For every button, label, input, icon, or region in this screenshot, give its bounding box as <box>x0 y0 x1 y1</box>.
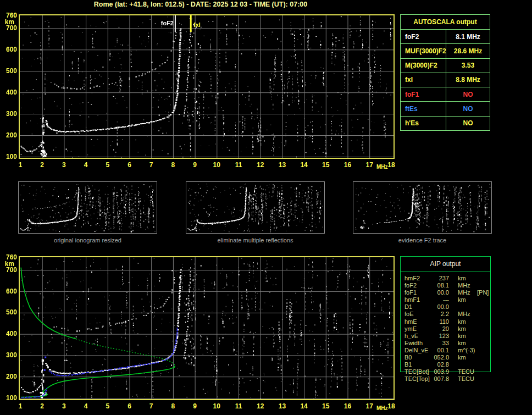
aip-row-value: 00.0 <box>422 303 449 311</box>
aip-row-value: 20 <box>422 325 449 333</box>
fof2-marker-label: foF2 <box>161 20 174 26</box>
autoscala-table-row: h'EsNO <box>401 116 490 130</box>
aip-row-label: B0 <box>404 354 412 361</box>
aip-row-label: B1 <box>404 361 412 368</box>
autoscala-table-row: ftEsNO <box>401 101 490 115</box>
aip-row-extra: [PN] <box>477 289 489 296</box>
y-tick-label: 100 <box>0 395 17 402</box>
autoscala-table-row: foF1NO <box>401 87 490 101</box>
aip-output-table: AIP output hmF2237kmfoF208.1MHzfoF100.0M… <box>400 256 491 372</box>
autoscala-table-row: foF28.1 MHz <box>401 29 490 43</box>
aip-row-unit: TECU <box>458 368 474 375</box>
aip-row-value: 237 <box>422 275 449 282</box>
aip-row-label: foF2 <box>404 282 417 289</box>
autoscala-app-window: { "title": "Rome (lat: +41.8, lon: 012.5… <box>0 0 532 415</box>
y-tick-label: 100 <box>0 153 17 161</box>
autoscala-row-label: M(3000)F2 <box>401 59 446 73</box>
aip-row-value: 00.1 <box>422 347 449 354</box>
x-tick-label: 1 <box>14 403 26 410</box>
x-tick-label: 15 <box>320 403 332 410</box>
y-tick-label: 500 <box>0 309 17 316</box>
aip-table-row: hmF1---km <box>401 296 490 303</box>
aip-row-label: hmE <box>404 318 417 325</box>
y-tick-label: 600 <box>0 288 17 295</box>
x-tick-label: 17 <box>363 403 375 410</box>
autoscala-row-value: 28.6 MHz <box>446 44 490 58</box>
top-ionogram-canvas <box>19 14 395 159</box>
x-tick-label: 8 <box>167 403 179 410</box>
x-tick-label: 2 <box>36 162 48 169</box>
aip-row-value: 007.8 <box>422 375 449 383</box>
aip-row-value: 123 <box>422 333 449 340</box>
aip-row-label: foF1 <box>404 289 417 296</box>
autoscala-row-label: h'Es <box>401 117 446 130</box>
x-tick-label: 7 <box>145 403 157 410</box>
autoscala-table-row: MUF(3000)F228.6 MHz <box>401 43 490 58</box>
x-tick-label: 7 <box>145 162 157 169</box>
autoscala-row-label: fxI <box>401 73 446 87</box>
aip-table-row: DelN_vE00.1m^(-3) <box>401 347 490 354</box>
top-x-axis-unit-label: MHz <box>376 164 388 170</box>
aip-row-label: h_vE <box>404 333 418 340</box>
aip-row-unit: km <box>458 275 466 282</box>
bottom-x-axis-unit-label: MHz <box>376 405 388 411</box>
autoscala-row-label: foF1 <box>401 87 446 101</box>
x-tick-label: 14 <box>298 403 310 410</box>
x-tick-label: 11 <box>232 162 245 169</box>
x-tick-label: 13 <box>276 162 288 169</box>
aip-table-row: TEC[Bot]003.9TECU <box>401 368 490 375</box>
aip-row-label: ymE <box>404 325 417 333</box>
x-tick-label: 8 <box>167 162 179 169</box>
x-tick-label: 12 <box>254 403 267 410</box>
x-tick-label: 15 <box>320 162 332 169</box>
autoscala-table-title: AUTOSCALA output <box>401 15 490 29</box>
autoscala-row-label: foF2 <box>401 30 446 43</box>
thumbnail-evidence-f2-trace <box>353 181 492 234</box>
aip-row-value: 00.0 <box>422 289 449 296</box>
y-tick-label: 300 <box>0 352 17 359</box>
aip-row-value: 052.0 <box>422 354 449 361</box>
aip-row-unit: MHz <box>458 282 470 289</box>
bottom-ionogram-canvas <box>19 256 395 400</box>
x-tick-label: 12 <box>254 162 267 169</box>
aip-table-title: AIP output <box>401 257 490 272</box>
thumbnail-original-ionogram <box>18 181 157 234</box>
aip-table-row: B102.8 <box>401 361 490 368</box>
x-tick-label: 4 <box>80 403 92 410</box>
autoscala-row-label: MUF(3000)F2 <box>401 44 446 58</box>
autoscala-row-value: NO <box>446 117 490 130</box>
x-tick-label: 6 <box>124 162 136 169</box>
x-tick-label: 11 <box>232 403 245 410</box>
top-y-axis-unit-label: km <box>0 19 17 26</box>
thumbnail-caption-evidence: evidence F2 trace <box>353 237 492 244</box>
aip-table-row: foF100.0MHz[PN] <box>401 289 490 296</box>
aip-table-row: B0052.0km <box>401 354 490 361</box>
aip-table-row: h_vE123km <box>401 333 490 340</box>
aip-row-unit: km <box>458 318 466 325</box>
autoscala-row-value: NO <box>446 102 490 115</box>
thumbnail-caption-original: original ionogram resized <box>18 237 157 244</box>
x-tick-label: 2 <box>36 403 48 410</box>
autoscala-row-value: NO <box>446 87 490 101</box>
autoscala-output-table: AUTOSCALA output foF28.1 MHzMUF(3000)F22… <box>400 14 490 131</box>
x-tick-label: 4 <box>80 162 92 169</box>
x-tick-label: 10 <box>210 403 223 410</box>
y-tick-label: 500 <box>0 68 17 75</box>
aip-table-row: foE2.2MHz <box>401 311 490 318</box>
aip-table-row: hmF2237km <box>401 275 490 282</box>
autoscala-row-value: 8.8 MHz <box>446 73 490 87</box>
y-tick-label: 300 <box>0 110 17 118</box>
y-tick-label: 400 <box>0 330 17 337</box>
aip-row-unit: km <box>458 325 466 333</box>
station-title: Rome (lat: +41.8, lon: 012.5) - DATE: 20… <box>0 1 401 8</box>
x-tick-label: 3 <box>58 162 70 169</box>
x-tick-label: 5 <box>102 403 114 410</box>
aip-row-unit: km <box>458 354 466 361</box>
x-tick-label: 16 <box>342 162 354 169</box>
aip-table-row: TEC[Top]007.8TECU <box>401 375 490 383</box>
aip-row-label: hmF1 <box>404 296 420 303</box>
aip-table-row: ymE20km <box>401 325 490 333</box>
autoscala-table-row: fxI8.8 MHz <box>401 73 490 87</box>
autoscala-row-value: 8.1 MHz <box>446 30 490 43</box>
aip-row-unit: km <box>458 296 466 303</box>
